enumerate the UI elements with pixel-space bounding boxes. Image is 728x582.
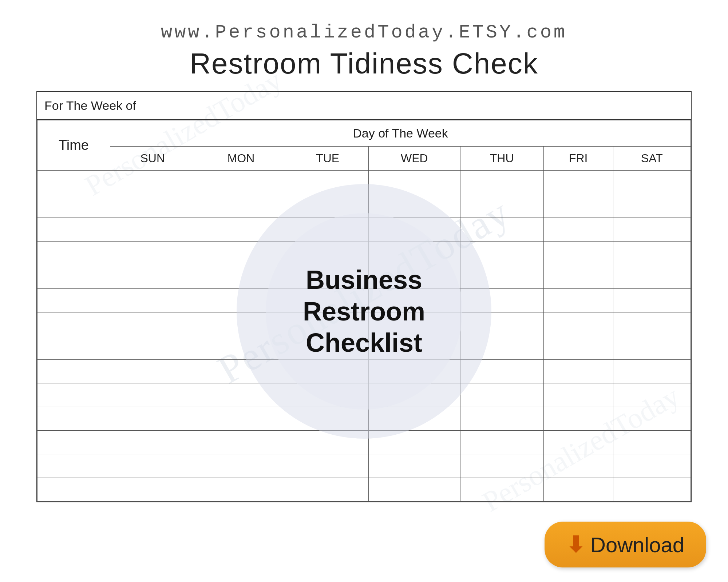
table-row [37,289,691,312]
data-cell [613,171,691,194]
table-row [37,218,691,242]
day-wed: WED [368,147,460,171]
page-container: PersonalizedToday PersonalizedToday Pers… [0,0,728,582]
data-cell [195,171,287,194]
week-label: For The Week of [37,92,691,120]
table-row [37,171,691,194]
main-content: www.PersonalizedToday.ETSY.com Restroom … [0,0,728,517]
time-cell [37,171,110,194]
table-row [37,242,691,265]
data-cell [287,171,368,194]
table-row [37,194,691,218]
day-thu: THU [460,147,543,171]
data-cell [368,171,460,194]
table-row [37,265,691,289]
download-arrow-icon: ⬇ [566,532,585,557]
download-button[interactable]: ⬇ Download [545,522,706,567]
table-row [37,312,691,336]
time-header: Time [37,120,110,171]
checklist-table-wrapper: For The Week of Time Day of The Week SUN… [36,91,692,502]
table-row [37,407,691,431]
website-url: www.PersonalizedToday.ETSY.com [29,22,699,43]
day-sat: SAT [613,147,691,171]
day-mon: MON [195,147,287,171]
table-row [37,454,691,478]
data-cell [543,171,613,194]
main-table: Time Day of The Week SUN MON TUE WED THU… [37,120,691,502]
day-tue: TUE [287,147,368,171]
table-row [37,383,691,407]
data-cell [110,171,195,194]
page-title: Restroom Tidiness Check [29,47,699,80]
table-row [37,478,691,502]
day-sun: SUN [110,147,195,171]
data-cell [460,171,543,194]
download-button-container: ⬇ Download [545,522,706,567]
day-of-week-header: Day of The Week [110,120,691,147]
day-fri: FRI [543,147,613,171]
download-label: Download [590,533,684,557]
table-row [37,336,691,360]
table-row [37,360,691,383]
table-row [37,431,691,454]
